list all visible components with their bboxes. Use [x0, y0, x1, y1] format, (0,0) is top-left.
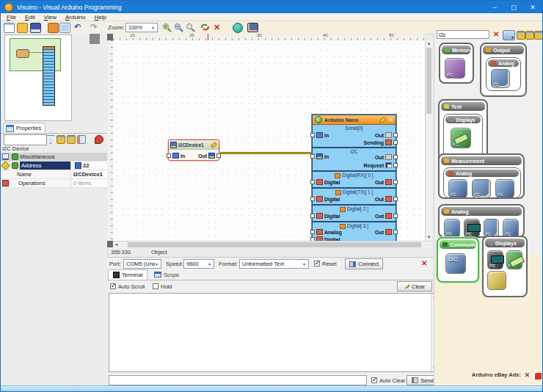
digital-pin[interactable]: Digital [310, 213, 340, 219]
category-analog[interactable]: Analog I²C I²C I²C I²C [438, 204, 525, 238]
ebay-icon[interactable] [533, 371, 542, 380]
close-icon[interactable]: ✕ [388, 117, 393, 123]
filter-icon[interactable] [46, 135, 55, 144]
minimize-button[interactable]: – [485, 1, 504, 13]
open-project-icon[interactable] [17, 23, 28, 33]
clear-search-icon[interactable]: ✕ [493, 30, 499, 39]
serial-sending-pin[interactable]: Sending [363, 139, 398, 145]
category-displays[interactable]: Displays I²C I²C [482, 236, 528, 297]
component-icon[interactable] [487, 271, 506, 290]
tab-scope[interactable]: Scope [150, 269, 183, 280]
save-project-icon[interactable] [30, 23, 41, 33]
wizard-icon[interactable]: ▼ [503, 30, 515, 40]
reset-checkbox[interactable] [314, 261, 320, 266]
hold-checkbox[interactable] [153, 283, 158, 289]
zoom-in-icon[interactable] [162, 23, 172, 32]
i2c-in-pin[interactable]: In [310, 153, 329, 159]
component-icon[interactable]: I²C [472, 179, 491, 198]
category-communication[interactable]: Communication I2C [437, 237, 479, 283]
subcategory-output-analog[interactable]: Analog I²C [486, 57, 521, 91]
category-memory[interactable]: Memory I²C [439, 43, 474, 84]
i2c-out-pin[interactable]: Out [198, 153, 221, 159]
terminal-output[interactable]: ▲ ▼ [109, 293, 438, 372]
grid-icon[interactable] [59, 23, 70, 33]
scroll-down-icon[interactable]: ▼ [426, 234, 432, 241]
clear-button[interactable]: Clear [397, 281, 432, 291]
component-search-input[interactable] [437, 30, 489, 39]
component-icon[interactable]: I²C [487, 250, 503, 269]
delete-icon[interactable]: ✕ [214, 23, 223, 32]
component-icon[interactable]: I²C [464, 219, 480, 238]
digital-out-pin[interactable]: Out [375, 229, 398, 235]
component-icon[interactable]: I²C [448, 179, 467, 198]
component-icon[interactable]: I²C [495, 179, 514, 198]
wrench-icon[interactable] [210, 141, 217, 148]
serial-out-pin[interactable]: Out [375, 132, 398, 138]
component-icon[interactable]: I²C [491, 69, 510, 88]
menu-help[interactable]: Help [91, 14, 110, 21]
minimap[interactable] [4, 35, 72, 121]
scroll-up-icon[interactable]: ▲ [426, 40, 432, 47]
design-canvas[interactable]: I2CDevice1 In Out Arduino Nano [113, 40, 425, 241]
i2c-out-pin[interactable]: Out [375, 154, 398, 160]
menu-view[interactable]: View [40, 14, 60, 21]
collapse-categories-icon[interactable] [525, 31, 534, 40]
connect-button[interactable]: Connect [345, 258, 383, 269]
ads-close-icon[interactable]: ✕ [524, 371, 530, 379]
undo-icon[interactable]: ↶ [74, 23, 84, 32]
properties-filter-input[interactable] [4, 134, 47, 145]
component-icon[interactable]: I²C [506, 250, 522, 269]
subcategory-measurement-analog[interactable]: Analog I²C I²C I²C [443, 167, 521, 198]
menu-arduino[interactable]: Arduino [62, 14, 90, 21]
component-icon[interactable]: I²C [444, 219, 460, 238]
expand-all-icon[interactable] [67, 135, 76, 144]
port-select[interactable]: COM5 (Unava▼ [123, 259, 161, 269]
auto-scroll-checkbox[interactable] [110, 283, 116, 289]
snapshot-icon[interactable] [247, 23, 258, 32]
menu-edit[interactable]: Edit [21, 14, 39, 21]
wrench-icon[interactable] [379, 116, 387, 123]
close-button[interactable]: ✕ [523, 1, 542, 13]
speed-select[interactable]: 9600▼ [183, 259, 214, 269]
maximize-button[interactable]: ◻ [504, 1, 523, 13]
property-row-name[interactable]: Name I2CDevice1 [1, 170, 107, 179]
tab-properties[interactable]: Properties [3, 123, 45, 133]
property-row-operations[interactable]: Operations 0 items [1, 179, 107, 188]
auto-clear-checkbox[interactable] [371, 377, 377, 383]
new-project-icon[interactable] [4, 23, 15, 33]
disconnect-tools-icon[interactable]: ✕ [421, 259, 427, 267]
component-icon[interactable]: I²C [451, 128, 471, 148]
digital-pin[interactable]: Digital [310, 179, 340, 185]
i2c-wire[interactable] [219, 152, 311, 154]
category-output[interactable]: Output Analog I²C [480, 43, 527, 97]
zoom-out-icon[interactable] [174, 23, 183, 32]
refresh-icon[interactable] [200, 23, 210, 32]
i2c-in-pin[interactable]: In [167, 153, 185, 159]
property-row-address[interactable]: Address 22 [1, 161, 107, 170]
format-select[interactable]: Unformatted Text▼ [239, 259, 309, 269]
analog-pin[interactable]: Analog [310, 229, 342, 235]
pin-icon[interactable] [95, 135, 103, 144]
new-folder-icon[interactable] [517, 31, 525, 40]
zoom-reset-icon[interactable] [186, 23, 195, 32]
digital-pin[interactable]: Digital [310, 196, 340, 202]
help-web-icon[interactable] [233, 23, 243, 33]
category-measurement[interactable]: Measurement Analog I²C I²C I²C [438, 153, 525, 199]
collapse-all-icon[interactable] [57, 135, 65, 144]
categorize-icon[interactable] [77, 135, 86, 144]
digital-out-pin[interactable]: Out [375, 179, 398, 185]
format-icon[interactable] [48, 23, 59, 33]
property-category-row[interactable]: Miscellaneous [1, 153, 107, 161]
collapse-icon[interactable] [2, 153, 9, 160]
i2c-device-component[interactable]: I2CDevice1 In Out [168, 139, 219, 161]
menu-file[interactable]: File [3, 14, 20, 21]
component-icon-i2c[interactable]: I2C [445, 253, 466, 274]
zoom-select[interactable]: 100%▼ [125, 23, 158, 32]
tab-terminal[interactable]: Terminal [108, 269, 147, 280]
send-input[interactable] [109, 375, 367, 385]
i2c-request-pin[interactable]: Request [363, 162, 398, 168]
component-icon[interactable]: I²C [445, 58, 465, 79]
serial-in-pin[interactable]: In [310, 132, 329, 138]
redo-icon[interactable]: ↷ [90, 23, 100, 32]
arduino-nano-component[interactable]: Arduino Nano ✕ Serial[0] In Out Sending … [312, 115, 396, 241]
